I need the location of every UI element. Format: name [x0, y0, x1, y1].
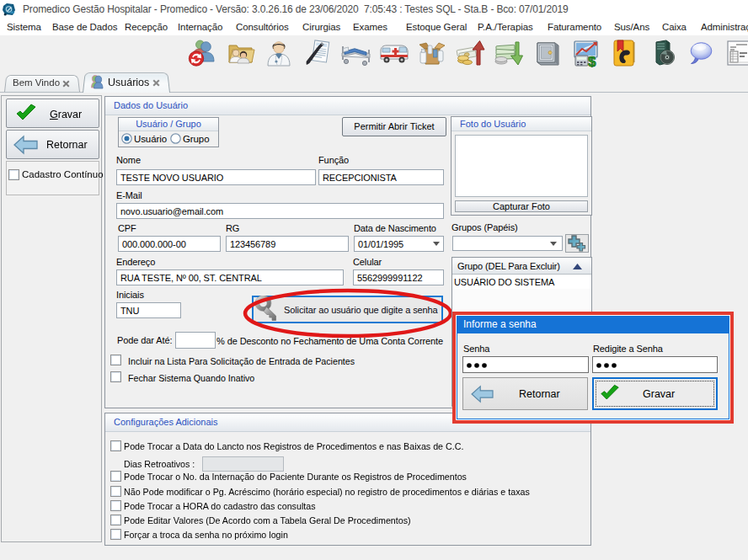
- svg-text:$: $: [588, 54, 596, 67]
